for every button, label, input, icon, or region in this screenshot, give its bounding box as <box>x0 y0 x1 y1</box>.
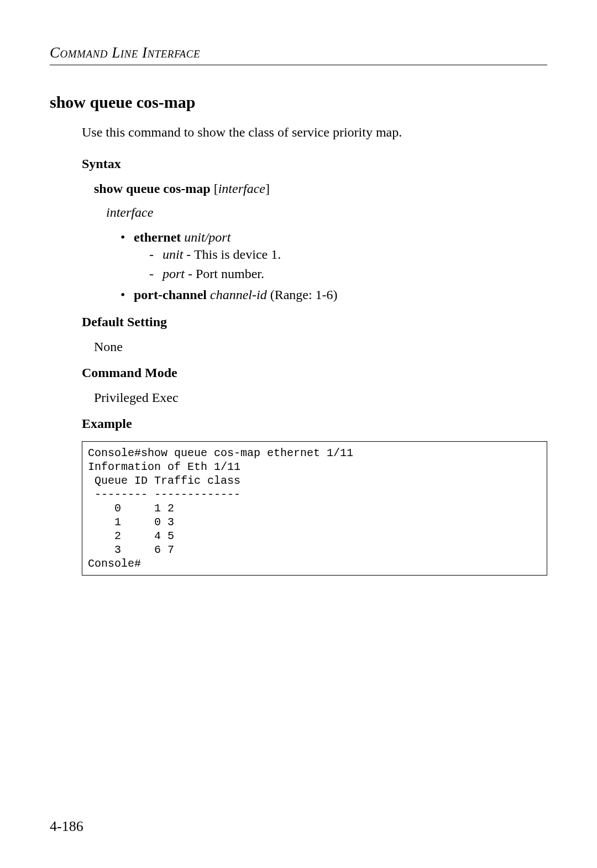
ethernet-sublist: unit - This is device 1. port - Port num… <box>149 246 547 283</box>
example-label: Example <box>82 416 547 431</box>
syntax-bracket-close: ] <box>265 181 270 196</box>
portchannel-bold: port-channel <box>134 287 207 302</box>
command-mode-label: Command Mode <box>82 365 547 380</box>
ethernet-italic: unit/port <box>181 230 231 244</box>
port-italic: port <box>163 266 185 281</box>
unit-item: unit - This is device 1. <box>149 246 547 263</box>
syntax-line: show queue cos-map [interface] <box>94 181 547 196</box>
syntax-item-ethernet: ethernet unit/port unit - This is device… <box>121 229 547 283</box>
port-item: port - Port number. <box>149 265 547 283</box>
syntax-command-bold: show queue cos-map <box>94 181 211 196</box>
page-number: 4-186 <box>50 818 83 835</box>
syntax-command-italic: interface <box>218 181 265 196</box>
command-intro: Use this command to show the class of se… <box>82 125 547 140</box>
ethernet-bold: ethernet <box>134 230 181 244</box>
unit-italic: unit <box>163 247 183 262</box>
syntax-label: Syntax <box>82 156 547 171</box>
port-desc: - Port number. <box>185 266 264 281</box>
unit-desc: - This is device 1. <box>183 247 281 262</box>
syntax-item-portchannel: port-channel channel-id (Range: 1-6) <box>121 286 547 304</box>
default-setting-label: Default Setting <box>82 315 547 330</box>
portchannel-desc: (Range: 1-6) <box>267 287 338 302</box>
param-interface: interface <box>106 205 547 220</box>
syntax-bracket-open: [ <box>211 181 218 196</box>
syntax-bullet-list: ethernet unit/port unit - This is device… <box>121 229 547 304</box>
default-setting-value: None <box>94 339 547 354</box>
example-box: Console#show queue cos-map ethernet 1/11… <box>82 441 547 576</box>
command-heading: show queue cos-map <box>50 93 547 112</box>
command-mode-value: Privileged Exec <box>94 390 547 405</box>
header-title: Command Line Interface <box>50 44 547 65</box>
portchannel-italic: channel-id <box>207 287 267 302</box>
